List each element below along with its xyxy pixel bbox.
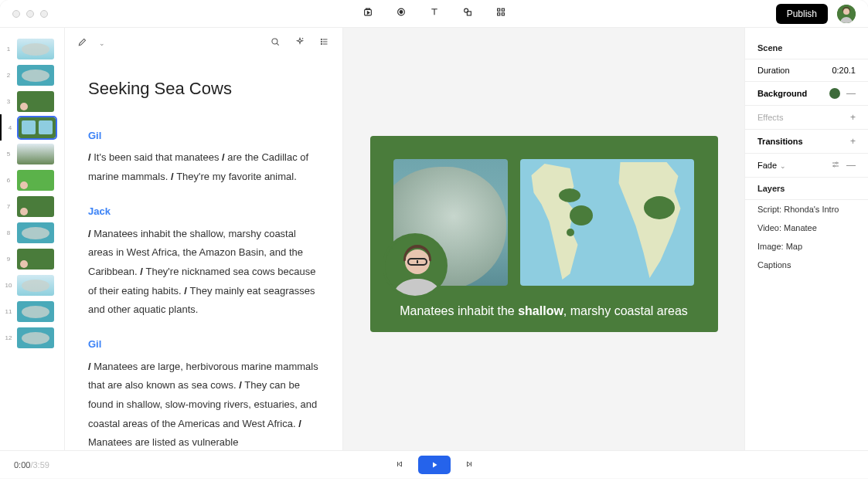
layer-item[interactable]: Captions [745, 256, 868, 274]
scene-thumbnail[interactable]: 8 [0, 219, 64, 246]
grid-icon[interactable] [495, 6, 506, 21]
pen-tool-icon[interactable] [77, 36, 88, 50]
thumbnail-image [17, 222, 54, 243]
scene-thumbnail[interactable]: 6 [0, 167, 64, 193]
canvas[interactable]: Manatees inhabit the shallow, marshy coa… [343, 28, 744, 450]
slide-image-layer[interactable] [520, 159, 694, 286]
presenter-bubble[interactable] [383, 233, 448, 298]
publish-button[interactable]: Publish [776, 4, 828, 24]
fade-label: Fade [757, 161, 777, 170]
thumbnail-image [17, 275, 54, 296]
chevron-down-icon[interactable]: ⌄ [99, 39, 105, 47]
thumbnail-image [17, 65, 54, 86]
thumbnail-image [17, 91, 54, 112]
fade-row[interactable]: Fade⌄ — [745, 154, 868, 178]
script-block[interactable]: / Manatees are large, herbivorous marine… [88, 358, 319, 450]
thumbnail-image [17, 327, 54, 348]
effects-row[interactable]: Effects + [745, 106, 868, 130]
script-segment: Manatees are listed as vulnerable [88, 436, 238, 448]
list-icon[interactable] [319, 36, 330, 50]
scene-thumbnail[interactable]: 11 [0, 298, 64, 324]
minus-icon[interactable]: — [846, 160, 856, 171]
plus-icon[interactable]: + [850, 112, 856, 123]
zoom-dot-icon[interactable] [40, 10, 48, 18]
duration-label: Duration [757, 66, 790, 75]
speaker-name: Gil [88, 335, 319, 354]
thumbnail-image [17, 144, 54, 164]
search-icon[interactable] [270, 36, 281, 50]
skip-back-icon[interactable] [395, 459, 404, 470]
playhead-current: 0:00 [14, 460, 30, 470]
svg-rect-7 [502, 8, 504, 11]
scene-thumbnail[interactable]: 12 [0, 324, 64, 351]
svg-point-22 [834, 165, 836, 167]
window-controls[interactable] [12, 10, 48, 18]
scene-thumbnail[interactable]: 1 [0, 36, 64, 62]
script-block[interactable]: / It's been said that manatees / are the… [88, 148, 319, 186]
minus-icon[interactable]: — [846, 88, 856, 99]
scene-thumbnail[interactable]: 2 [0, 62, 64, 88]
svg-marker-1 [367, 12, 369, 14]
play-button[interactable] [418, 456, 451, 474]
background-color-swatch[interactable] [829, 88, 840, 99]
effects-label: Effects [757, 113, 783, 122]
thumbnail-image [17, 170, 54, 191]
script-block[interactable]: / Manatees inhabit the shallow, marshy c… [88, 225, 319, 320]
thumbnail-index: 7 [3, 203, 14, 210]
layers-heading: Layers [757, 184, 785, 193]
layer-item[interactable]: Image: Map [745, 237, 868, 256]
thumbnail-index: 4 [5, 124, 15, 131]
background-row[interactable]: Background — [745, 82, 868, 106]
slide-preview[interactable]: Manatees inhabit the shallow, marshy coa… [370, 136, 718, 332]
record-icon[interactable] [395, 6, 407, 21]
layer-item[interactable]: Video: Manatee [745, 219, 868, 237]
thumbnail-index: 2 [3, 72, 14, 79]
sparkle-icon[interactable] [294, 36, 305, 50]
document-title: Seeking Sea Cows [88, 73, 319, 105]
scene-heading: Scene [757, 43, 782, 53]
scene-thumbnail[interactable]: 5 [0, 141, 64, 167]
chevron-down-icon[interactable]: ⌄ [780, 162, 786, 170]
slash-divider: / [88, 228, 91, 239]
svg-point-11 [843, 8, 849, 15]
close-dot-icon[interactable] [12, 10, 20, 18]
duration-row[interactable]: Duration 0:20.1 [745, 59, 868, 82]
slash-divider: / [184, 285, 189, 297]
thumbnail-index: 10 [3, 282, 14, 289]
svg-point-12 [272, 39, 277, 44]
layer-item[interactable]: Script: Rhonda's Intro [745, 200, 868, 219]
text-icon[interactable] [428, 6, 440, 21]
svg-point-3 [400, 11, 403, 14]
svg-point-14 [321, 39, 322, 40]
shapes-icon[interactable] [461, 6, 473, 21]
script-segment: It's been said that manatees [94, 151, 219, 163]
scene-thumbnail[interactable]: 4 [0, 114, 64, 141]
media-library-icon[interactable] [362, 6, 373, 21]
scene-thumbnail[interactable]: 9 [0, 246, 64, 272]
playhead-total: 3:59 [32, 460, 49, 470]
skip-forward-icon[interactable] [465, 459, 474, 470]
svg-point-21 [836, 162, 838, 164]
scene-thumbnail[interactable]: 10 [0, 272, 64, 298]
sliders-icon[interactable] [831, 160, 840, 171]
speaker-name: Gil [88, 127, 319, 146]
thumbnail-index: 8 [3, 229, 14, 236]
thumbnail-image [17, 249, 54, 270]
scene-thumbnail[interactable]: 7 [0, 193, 64, 219]
scene-thumbnail[interactable]: 3 [0, 88, 64, 114]
slash-divider: / [88, 361, 91, 372]
thumbnail-image [17, 301, 54, 322]
plus-icon[interactable]: + [850, 136, 856, 147]
svg-marker-23 [433, 462, 437, 467]
slash-divider: / [298, 418, 301, 429]
slide-caption: Manatees inhabit the shallow, marshy coa… [370, 304, 718, 318]
thumbnail-index: 1 [3, 46, 14, 53]
scene-thumbnails: 123456789101112 [0, 28, 65, 450]
user-avatar[interactable] [837, 5, 856, 23]
transitions-row[interactable]: Transitions + [745, 130, 868, 154]
thumbnail-index: 6 [3, 177, 14, 184]
svg-point-15 [321, 41, 322, 42]
minimize-dot-icon[interactable] [26, 10, 34, 18]
background-label: Background [757, 89, 807, 98]
speaker-name: Jack [88, 202, 319, 222]
